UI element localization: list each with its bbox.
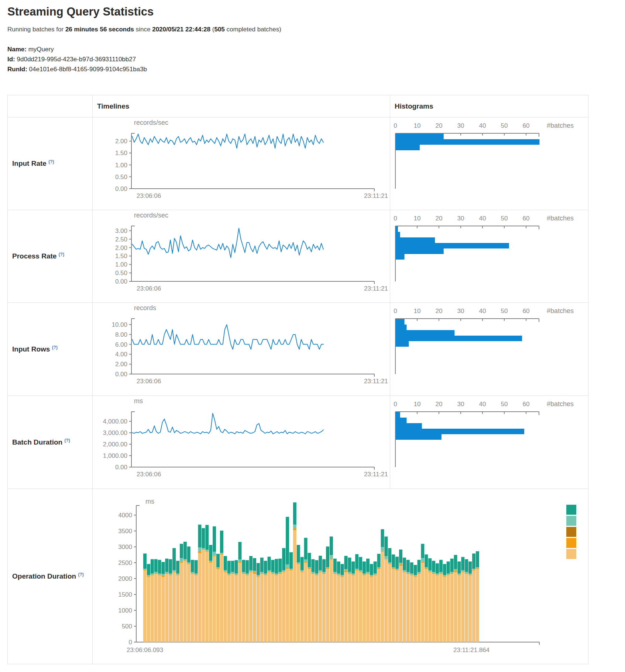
row-label-batch-duration: Batch Duration (?)	[8, 396, 93, 489]
svg-text:30: 30	[457, 308, 464, 315]
svg-text:0: 0	[129, 639, 132, 646]
svg-text:4000: 4000	[118, 512, 132, 519]
operation-duration-chart: ms0500100015002000250030003500400023:06:…	[93, 489, 588, 664]
svg-text:0.50: 0.50	[115, 174, 127, 181]
svg-text:30: 30	[457, 401, 464, 408]
process-rate-timeline-chart: records/sec0.000.501.001.502.002.503.002…	[93, 210, 390, 302]
table-row: Input Rate (?) records/sec0.000.501.001.…	[8, 117, 588, 210]
svg-text:8.00: 8.00	[115, 331, 127, 338]
svg-text:3000: 3000	[118, 544, 132, 551]
process-rate-histogram-chart: 0102030405060#batches	[390, 210, 588, 302]
input-rows-timeline-chart: records0.002.004.006.008.0010.0023:06:06…	[93, 303, 390, 395]
svg-text:20: 20	[436, 215, 443, 222]
table-row: Batch Duration (?) ms0.001,000.002,000.0…	[8, 396, 588, 489]
help-icon[interactable]: (?)	[48, 159, 54, 164]
svg-text:40: 40	[479, 308, 486, 315]
svg-text:2.00: 2.00	[115, 138, 127, 145]
svg-text:#batches: #batches	[547, 307, 574, 315]
svg-text:10: 10	[414, 122, 421, 129]
svg-text:0: 0	[394, 122, 397, 129]
svg-text:1500: 1500	[118, 591, 132, 598]
svg-text:2,000.00: 2,000.00	[103, 441, 127, 448]
svg-text:20: 20	[436, 308, 443, 315]
table-row: Process Rate (?) records/sec0.000.501.00…	[8, 210, 588, 303]
svg-text:1000: 1000	[118, 607, 132, 614]
help-icon[interactable]: (?)	[59, 252, 64, 257]
page-title: Streaming Query Statistics	[7, 5, 625, 18]
svg-text:3500: 3500	[118, 528, 132, 535]
input-rows-histogram-chart: 0102030405060#batches	[390, 303, 588, 395]
svg-text:0.50: 0.50	[115, 270, 127, 277]
svg-text:4.00: 4.00	[115, 351, 127, 358]
svg-text:10: 10	[414, 215, 421, 222]
svg-text:0.00: 0.00	[115, 464, 127, 471]
histograms-column-header: Histograms	[390, 95, 588, 117]
svg-text:23:11:21: 23:11:21	[364, 192, 388, 199]
running-since-timestamp: 2020/05/21 22:44:28	[152, 26, 210, 33]
svg-text:20: 20	[436, 122, 443, 129]
svg-text:6.00: 6.00	[115, 341, 127, 348]
svg-text:23:06:06: 23:06:06	[137, 378, 161, 385]
svg-text:23:06:06: 23:06:06	[137, 471, 161, 478]
svg-text:2.50: 2.50	[115, 236, 127, 243]
svg-text:2000: 2000	[118, 575, 132, 582]
table-row: Input Rows (?) records0.002.004.006.008.…	[8, 303, 588, 396]
input-rate-timeline-chart: records/sec0.000.501.001.502.0023:06:062…	[93, 117, 390, 210]
statistics-table: Timelines Histograms Input Rate (?) reco…	[7, 95, 588, 664]
svg-text:4,000.00: 4,000.00	[103, 418, 127, 425]
svg-text:2500: 2500	[118, 559, 132, 566]
help-icon[interactable]: (?)	[52, 345, 58, 350]
svg-text:60: 60	[523, 215, 530, 222]
svg-text:60: 60	[523, 401, 530, 408]
svg-text:0: 0	[394, 308, 397, 315]
query-name-value: myQuery	[28, 46, 54, 53]
svg-text:23:06:06: 23:06:06	[137, 285, 161, 292]
query-runid-value: 04e101e6-8bf8-4165-9099-9104c951ba3b	[29, 66, 147, 73]
query-metadata: Name: myQuery Id: 9d0dd219-995d-423e-b97…	[7, 44, 625, 74]
svg-text:#batches: #batches	[547, 122, 574, 129]
help-icon[interactable]: (?)	[78, 572, 83, 577]
svg-text:40: 40	[479, 122, 486, 129]
svg-text:23:11:21: 23:11:21	[364, 285, 388, 292]
table-row: Operation Duration (?) ms050010001500200…	[8, 489, 588, 664]
svg-text:2.00: 2.00	[115, 244, 127, 251]
svg-text:ms: ms	[145, 498, 154, 505]
svg-text:records/sec: records/sec	[134, 119, 168, 126]
svg-text:60: 60	[523, 308, 530, 315]
query-id-value: 9d0dd219-995d-423e-b97d-36931110bb27	[17, 56, 136, 63]
query-id-line: Id: 9d0dd219-995d-423e-b97d-36931110bb27	[7, 54, 625, 64]
svg-text:60: 60	[523, 122, 530, 129]
svg-text:500: 500	[122, 623, 132, 630]
row-label-operation-duration: Operation Duration (?)	[8, 489, 93, 664]
table-header-row: Timelines Histograms	[8, 95, 588, 117]
svg-text:records/sec: records/sec	[134, 212, 168, 219]
help-icon[interactable]: (?)	[64, 438, 70, 443]
svg-text:0: 0	[394, 215, 397, 222]
svg-text:30: 30	[457, 215, 464, 222]
svg-text:23:06:06.093: 23:06:06.093	[127, 647, 163, 654]
completed-batches-count: 505	[214, 26, 224, 33]
svg-text:23:11:21: 23:11:21	[364, 471, 388, 478]
query-runid-line: RunId: 04e101e6-8bf8-4165-9099-9104c951b…	[7, 64, 625, 74]
svg-text:10.00: 10.00	[111, 321, 127, 328]
svg-text:50: 50	[501, 401, 508, 408]
svg-text:1.00: 1.00	[115, 162, 127, 169]
svg-text:3,000.00: 3,000.00	[103, 429, 127, 436]
row-label-input-rows: Input Rows (?)	[8, 303, 93, 396]
input-rate-histogram-chart: 0102030405060#batches	[390, 117, 588, 210]
svg-text:0: 0	[394, 401, 397, 408]
svg-text:1.50: 1.50	[115, 253, 127, 260]
svg-text:30: 30	[457, 122, 464, 129]
svg-text:40: 40	[479, 401, 486, 408]
svg-text:0.00: 0.00	[115, 371, 127, 378]
svg-text:50: 50	[501, 215, 508, 222]
empty-header-cell	[8, 95, 93, 117]
svg-text:40: 40	[479, 215, 486, 222]
svg-text:0.00: 0.00	[115, 185, 127, 192]
svg-text:ms: ms	[134, 397, 143, 405]
batch-duration-histogram-chart: 0102030405060#batches	[390, 396, 588, 488]
svg-text:23:11:21: 23:11:21	[364, 378, 388, 385]
svg-text:1.50: 1.50	[115, 150, 127, 157]
svg-text:50: 50	[501, 122, 508, 129]
running-batches-summary: Running batches for 26 minutes 56 second…	[7, 26, 625, 33]
